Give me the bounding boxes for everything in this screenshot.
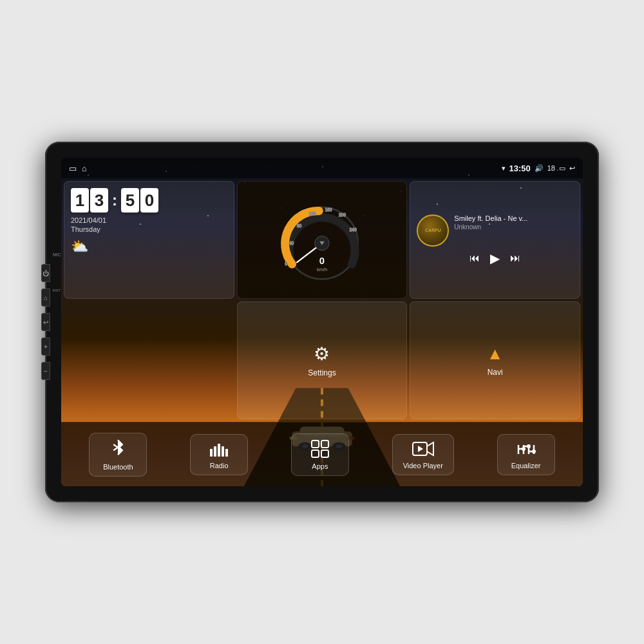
svg-text:40: 40 <box>289 241 294 245</box>
video-player-label: Video Player <box>403 462 443 469</box>
home-side-button[interactable]: ⌂ <box>41 289 50 307</box>
clock-day: Thursday <box>71 225 100 233</box>
bottom-bar: Bluetooth Radio <box>61 422 583 486</box>
vol-down-icon: − <box>44 368 48 375</box>
road-widget <box>64 301 234 419</box>
weather-row: ⛅ <box>71 238 88 255</box>
music-widget[interactable]: CARFU Smiley ft. Delia - Ne v... Unknown… <box>410 181 580 299</box>
music-info: Smiley ft. Delia - Ne v... Unknown <box>454 214 573 247</box>
window-icon: ▭ <box>69 164 77 173</box>
settings-label: Settings <box>308 368 336 377</box>
vol-down-button[interactable]: − <box>41 362 50 380</box>
speedometer-widget[interactable]: 0 40 80 120 160 200 240 <box>237 181 408 299</box>
navi-widget[interactable]: ▲ Navi <box>410 301 580 419</box>
svg-rect-30 <box>312 440 319 448</box>
album-art: CARFU <box>417 214 449 247</box>
hour-tens: 1 <box>71 188 89 213</box>
video-icon <box>412 440 434 458</box>
svg-rect-26 <box>214 446 216 457</box>
hours-group: 1 3 <box>71 188 108 213</box>
svg-rect-28 <box>222 446 224 457</box>
rst-label: RST <box>53 289 61 292</box>
back-status-icon: ↩ <box>569 164 575 173</box>
svg-marker-36 <box>418 446 423 452</box>
svg-text:0: 0 <box>285 261 287 266</box>
vol-up-button[interactable]: + <box>41 337 50 355</box>
svg-rect-31 <box>321 440 328 448</box>
svg-text:km/h: km/h <box>317 267 327 272</box>
mic-label: MIC <box>53 252 61 257</box>
clock-widget[interactable]: 1 3 : 5 0 2021/04/01 Thursday ⛅ <box>64 181 234 299</box>
radio-button[interactable]: Radio <box>190 434 248 475</box>
svg-text:200: 200 <box>339 212 346 216</box>
apps-label: Apps <box>312 462 328 470</box>
battery-icon: ▭ <box>559 164 565 173</box>
svg-rect-32 <box>312 450 319 457</box>
flip-clock: 1 3 : 5 0 <box>71 188 158 213</box>
settings-icon: ⚙ <box>314 343 330 365</box>
svg-text:120: 120 <box>309 211 316 216</box>
bluetooth-label: Bluetooth <box>103 463 133 471</box>
svg-text:160: 160 <box>325 207 332 212</box>
navi-icon: ▲ <box>487 344 504 364</box>
bluetooth-icon <box>109 439 127 459</box>
svg-marker-35 <box>427 442 433 455</box>
vol-up-icon: + <box>44 343 48 350</box>
clock-date: 2021/04/01 <box>71 216 106 224</box>
svg-text:240: 240 <box>350 227 357 232</box>
status-time: 13:50 <box>509 164 531 173</box>
svg-rect-25 <box>210 449 213 457</box>
music-top: CARFU Smiley ft. Delia - Ne v... Unknown <box>417 214 573 247</box>
svg-point-43 <box>527 444 531 448</box>
svg-line-24 <box>114 447 118 450</box>
equalizer-icon <box>516 440 536 458</box>
settings-widget[interactable]: ⚙ Settings <box>237 301 408 419</box>
clock-colon: : <box>112 191 117 209</box>
back-side-button[interactable]: ↩ <box>41 313 50 331</box>
album-label: CARFU <box>425 228 441 232</box>
bluetooth-button[interactable]: Bluetooth <box>89 433 147 477</box>
apps-button[interactable]: Apps <box>291 433 349 476</box>
power-button[interactable]: ⏻ <box>41 264 50 282</box>
status-bar: ▭ ⌂ ▾ 13:50 🔊 18 ▭ ↩ <box>61 158 583 178</box>
speedometer-svg: 0 40 80 120 160 200 240 <box>270 198 374 282</box>
svg-rect-29 <box>225 449 228 457</box>
home-status-icon: ⌂ <box>82 164 87 173</box>
wifi-icon: ▾ <box>502 164 506 173</box>
radio-icon <box>209 440 229 458</box>
svg-rect-33 <box>321 450 328 457</box>
navi-label: Navi <box>488 368 503 377</box>
equalizer-label: Equalizer <box>511 462 541 469</box>
status-right: ▾ 13:50 🔊 18 ▭ ↩ <box>502 164 576 173</box>
hour-ones: 3 <box>90 188 108 213</box>
back-side-icon: ↩ <box>43 319 48 326</box>
equalizer-button[interactable]: Equalizer <box>497 434 555 475</box>
minutes-group: 5 0 <box>121 188 158 213</box>
apps-icon <box>310 439 330 459</box>
screen: ▭ ⌂ ▾ 13:50 🔊 18 ▭ ↩ 1 3 : <box>61 158 583 486</box>
volume-icon: 🔊 <box>535 164 544 173</box>
music-artist: Unknown <box>454 223 573 231</box>
music-title: Smiley ft. Delia - Ne v... <box>454 214 573 222</box>
car-head-unit: MIC ⏻ RST ⌂ ↩ + − <box>45 142 599 502</box>
svg-text:0: 0 <box>319 256 325 266</box>
weather-icon: ⛅ <box>71 238 88 255</box>
prev-button[interactable]: ⏮ <box>469 252 480 264</box>
music-controls: ⏮ ▶ ⏭ <box>417 251 573 266</box>
side-button-panel: MIC ⏻ RST ⌂ ↩ + − <box>41 264 50 380</box>
svg-rect-27 <box>218 444 220 457</box>
status-left: ▭ ⌂ <box>69 164 87 173</box>
min-ones: 0 <box>140 188 158 213</box>
svg-text:80: 80 <box>297 223 302 227</box>
svg-point-46 <box>532 450 536 453</box>
play-button[interactable]: ▶ <box>490 251 500 266</box>
home-side-icon: ⌂ <box>44 294 48 301</box>
volume-level: 18 <box>547 164 555 172</box>
main-grid: 1 3 : 5 0 2021/04/01 Thursday ⛅ <box>61 178 583 422</box>
video-player-button[interactable]: Video Player <box>392 434 454 475</box>
min-tens: 5 <box>121 188 139 213</box>
power-icon: ⏻ <box>43 270 49 277</box>
next-button[interactable]: ⏭ <box>510 252 520 264</box>
radio-label: Radio <box>210 462 229 469</box>
